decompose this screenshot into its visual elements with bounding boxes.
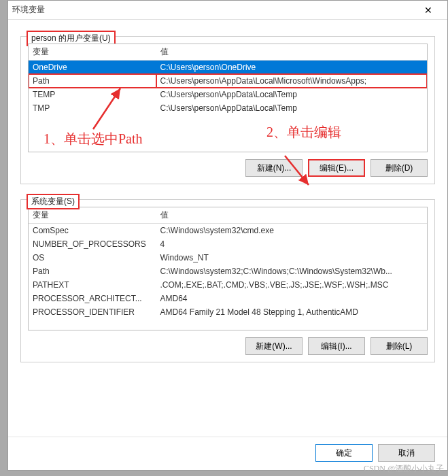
cell-name: NUMBER_OF_PROCESSORS [29,237,156,251]
table-row[interactable]: TEMPC:\Users\person\AppData\Local\Temp [29,88,427,101]
table-row[interactable]: PathC:\Users\person\AppData\Local\Micros… [29,74,427,88]
cell-name: Path [29,265,156,278]
user-edit-button[interactable]: 编辑(E)... [308,159,365,177]
system-button-row: 新建(W)... 编辑(I)... 删除(L) [28,337,428,355]
table-row[interactable]: NUMBER_OF_PROCESSORS4 [29,237,427,251]
system-variables-group: 系统变量(S) 变量 值 ComSpecC:\Windows\system32\… [20,199,435,362]
cancel-button[interactable]: 取消 [378,444,435,462]
system-vars-label: 系统变量(S) [27,194,80,209]
cell-name: OneDrive [29,61,156,75]
col-value[interactable]: 值 [156,44,427,61]
dialog-body: person 的用户变量(U) 变量 值 OneDriveC:\Users\pe… [8,20,447,437]
table-row[interactable]: PathC:\Windows\system32;C:\Windows;C:\Wi… [29,265,427,278]
annotation-step2: 2、单击编辑 [266,123,341,141]
titlebar: 环境变量 ✕ [8,1,447,20]
system-vars-table-container[interactable]: 变量 值 ComSpecC:\Windows\system32\cmd.exeN… [28,207,428,330]
cell-value: C:\Users\person\AppData\Local\Temp [156,101,427,115]
user-variables-group: person 的用户变量(U) 变量 值 OneDriveC:\Users\pe… [20,36,435,184]
table-row[interactable]: OneDriveC:\Users\person\OneDrive [29,61,427,75]
user-vars-table-container[interactable]: 变量 值 OneDriveC:\Users\person\OneDrivePat… [28,44,428,152]
annotation-step1: 1、单击选中Path [44,130,143,148]
cell-value: AMD64 Family 21 Model 48 Stepping 1, Aut… [156,305,427,319]
cell-value: 4 [156,237,427,251]
window-title: 环境变量 [12,4,413,16]
user-button-row: 新建(N)... 编辑(E)... 删除(D) [28,159,428,177]
ok-button[interactable]: 确定 [315,444,373,462]
cell-name: TMP [29,101,156,115]
table-row[interactable]: OSWindows_NT [29,251,427,265]
col-name[interactable]: 变量 [29,44,156,61]
cell-name: TEMP [29,88,156,101]
cell-name: Path [29,74,156,88]
table-row[interactable]: PROCESSOR_IDENTIFIERAMD64 Family 21 Mode… [29,305,427,319]
cell-name: OS [29,251,156,265]
cell-value: Windows_NT [156,251,427,265]
user-new-button[interactable]: 新建(N)... [245,159,303,177]
table-row[interactable]: PATHEXT.COM;.EXE;.BAT;.CMD;.VBS;.VBE;.JS… [29,278,427,292]
system-new-button[interactable]: 新建(W)... [245,337,303,355]
user-vars-table: 变量 值 OneDriveC:\Users\person\OneDrivePat… [29,44,427,115]
watermark: CSDN @酒酿小小丸子 [364,463,444,475]
table-row[interactable]: PROCESSOR_ARCHITECT...AMD64 [29,292,427,305]
close-icon[interactable]: ✕ [413,1,443,20]
table-row[interactable]: ComSpecC:\Windows\system32\cmd.exe [29,224,427,238]
user-delete-button[interactable]: 删除(D) [371,159,428,177]
cell-value: C:\Windows\system32;C:\Windows;C:\Window… [156,265,427,278]
cell-value: AMD64 [156,292,427,305]
env-variables-dialog: 环境变量 ✕ person 的用户变量(U) 变量 值 OneDriveC:\U… [7,0,448,471]
cell-value: C:\Users\person\AppData\Local\Microsoft\… [156,74,427,88]
cell-value: .COM;.EXE;.BAT;.CMD;.VBS;.VBE;.JS;.JSE;.… [156,278,427,292]
col-name[interactable]: 变量 [29,207,156,224]
table-row[interactable]: TMPC:\Users\person\AppData\Local\Temp [29,101,427,115]
cell-name: PATHEXT [29,278,156,292]
cell-value: C:\Users\person\AppData\Local\Temp [156,88,427,101]
system-edit-button[interactable]: 编辑(I)... [308,337,365,355]
cell-value: C:\Users\person\OneDrive [156,61,427,75]
cell-name: ComSpec [29,224,156,238]
cell-name: PROCESSOR_IDENTIFIER [29,305,156,319]
cell-value: C:\Windows\system32\cmd.exe [156,224,427,238]
system-delete-button[interactable]: 删除(L) [371,337,428,355]
system-vars-table: 变量 值 ComSpecC:\Windows\system32\cmd.exeN… [29,207,427,319]
col-value[interactable]: 值 [156,207,427,224]
cell-name: PROCESSOR_ARCHITECT... [29,292,156,305]
